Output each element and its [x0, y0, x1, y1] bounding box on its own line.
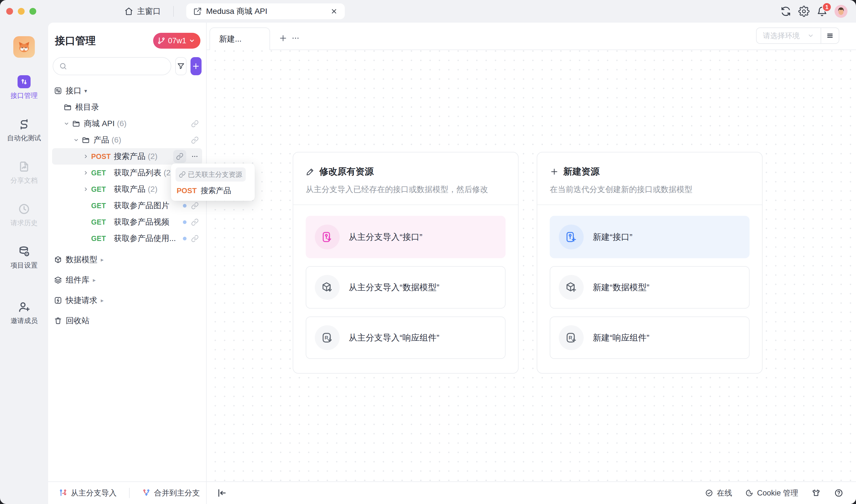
- card-action-response-import[interactable]: R从主分支导入“响应组件”: [306, 317, 506, 359]
- search-icon: [59, 62, 67, 70]
- trash-icon: [54, 317, 62, 325]
- main-window-label: 主窗口: [137, 6, 161, 17]
- merge-to-main-button[interactable]: 合并到主分支: [142, 488, 200, 498]
- rail-item-invite-member[interactable]: 邀请成员: [7, 300, 41, 325]
- branch-import-icon: [59, 489, 67, 497]
- tree-section[interactable]: 回收站: [52, 310, 202, 331]
- linked-branch-chip[interactable]: [173, 150, 186, 163]
- api-tree-panel: 接口管理 07w1: [48, 23, 207, 481]
- tree-section[interactable]: 组件库▸: [52, 270, 202, 290]
- filter-icon: [177, 62, 185, 70]
- refresh-icon[interactable]: [780, 6, 791, 17]
- branch-selector[interactable]: 07w1: [153, 33, 200, 49]
- new-tab-button[interactable]: [277, 32, 289, 44]
- chevron-right-icon[interactable]: [83, 186, 91, 193]
- tree-row-api[interactable]: GET获取参产品使用...: [52, 230, 202, 247]
- maximize-window-button[interactable]: [30, 8, 36, 15]
- rail-item-project-settings[interactable]: 项目设置: [7, 245, 41, 270]
- tree-section[interactable]: 数据模型▸: [52, 250, 202, 270]
- gear-icon[interactable]: [798, 6, 809, 17]
- api-name: 搜索产品: [201, 185, 231, 196]
- model-new-icon: [565, 281, 578, 294]
- branch-merge-icon: [142, 489, 151, 497]
- linked-resource-item[interactable]: POST 搜索产品: [177, 185, 249, 196]
- help-icon[interactable]: [834, 488, 843, 498]
- person-plus-icon: [18, 300, 31, 313]
- link-icon: [191, 218, 199, 226]
- link-icon: [179, 171, 186, 178]
- method-badge: GET: [91, 185, 114, 194]
- tree-row-folder[interactable]: 根目录: [52, 99, 202, 115]
- link-icon: [191, 136, 199, 144]
- main-window-tab[interactable]: 主窗口: [124, 6, 161, 17]
- search-input[interactable]: [70, 62, 165, 71]
- import-from-main-button[interactable]: 从主分支导入: [59, 488, 117, 498]
- app-rail: 接口管理自动化测试分享文档请求历史项目设置邀请成员: [0, 23, 48, 504]
- chevron-down-icon[interactable]: [73, 137, 82, 143]
- folder-icon: [64, 103, 72, 111]
- divider: [129, 488, 130, 498]
- chevron-down-icon[interactable]: [64, 120, 72, 127]
- environment-select[interactable]: 请选择环境: [757, 31, 821, 41]
- chevron-right-icon[interactable]: [83, 153, 91, 160]
- plus-icon: [192, 62, 200, 70]
- method-badge: POST: [177, 186, 197, 195]
- page-title: 接口管理: [55, 34, 96, 48]
- tab-more-button[interactable]: [289, 32, 302, 44]
- tab-new-label: 新建...: [219, 34, 242, 44]
- chevron-down-icon: [189, 37, 195, 44]
- linked-resource-popover: 已关联主分支资源 POST 搜索产品: [171, 163, 255, 201]
- tab-new[interactable]: 新建...: [209, 28, 270, 50]
- card-subtitle: 在当前迭代分支创建新的接口或数据模型: [550, 184, 750, 195]
- card-modify-existing: 修改原有资源从主分支导入已经存在的接口或数据模型，然后修改从主分支导入“接口”从…: [293, 152, 519, 374]
- s-pipe-icon: [18, 118, 31, 131]
- rail-item-share-doc[interactable]: 分享文档: [7, 160, 41, 185]
- rail-item-request-history[interactable]: 请求历史: [7, 202, 41, 228]
- merge-to-main-label: 合并到主分支: [154, 488, 200, 498]
- tshirt-theme-icon[interactable]: [811, 488, 821, 498]
- collapse-sidebar-icon[interactable]: [216, 487, 228, 499]
- tree-row-api[interactable]: POST搜索产品(2): [52, 148, 202, 165]
- tab-strip: 新建... 请选择环境: [207, 23, 856, 50]
- bell-icon[interactable]: 1: [816, 6, 828, 17]
- caret-right-icon: ▸: [93, 276, 96, 283]
- cookie-manage-label: Cookie 管理: [757, 488, 798, 498]
- online-status[interactable]: 在线: [705, 488, 732, 498]
- filter-button[interactable]: [175, 57, 187, 75]
- card-action-api-new[interactable]: 新建“接口”: [550, 216, 750, 258]
- rail-nav: 接口管理自动化测试分享文档请求历史项目设置邀请成员: [7, 58, 41, 325]
- more-icon[interactable]: [191, 152, 199, 160]
- tree-section[interactable]: 快捷请求▸: [52, 290, 202, 310]
- environment-menu-button[interactable]: [821, 28, 839, 43]
- close-window-button[interactable]: [6, 8, 13, 15]
- response-new-icon: R: [565, 331, 578, 344]
- caret-down-icon: ▾: [84, 88, 87, 94]
- card-action-model-import[interactable]: 从主分支导入“数据模型”: [306, 266, 506, 309]
- tree-row-api[interactable]: GET获取参产品视频: [52, 214, 202, 230]
- project-logo[interactable]: [13, 36, 35, 58]
- linked-resource-chip: 已关联主分支资源: [175, 167, 246, 182]
- method-badge: GET: [91, 169, 114, 177]
- notification-badge: 1: [822, 2, 832, 12]
- child-count: (2): [148, 152, 157, 161]
- api-frame-icon: [54, 87, 62, 95]
- tree-row-folder[interactable]: 产品(6): [52, 132, 202, 148]
- card-action-api-import[interactable]: 从主分支导入“接口”: [306, 216, 506, 258]
- chevron-right-icon[interactable]: [83, 169, 91, 176]
- close-icon[interactable]: [330, 7, 338, 15]
- tree-section-api[interactable]: 接口▾: [52, 83, 202, 99]
- window-controls: [6, 8, 36, 15]
- rail-item-api-manage[interactable]: 接口管理: [7, 75, 41, 100]
- add-button[interactable]: [191, 57, 202, 75]
- status-dot: [183, 237, 187, 240]
- tree-row-folder[interactable]: 商城 API(6): [52, 115, 202, 132]
- minimize-window-button[interactable]: [18, 8, 24, 15]
- api-import-icon: [321, 231, 334, 244]
- environment-group: 请选择环境: [756, 28, 839, 44]
- avatar[interactable]: [835, 5, 848, 18]
- rail-item-auto-test[interactable]: 自动化测试: [7, 118, 41, 143]
- project-tab[interactable]: Medusa 商城 API: [186, 3, 345, 19]
- card-action-model-new[interactable]: 新建“数据模型”: [550, 266, 750, 309]
- cookie-manage-button[interactable]: Cookie 管理: [745, 488, 798, 498]
- card-action-response-new[interactable]: R新建“响应组件”: [550, 317, 750, 359]
